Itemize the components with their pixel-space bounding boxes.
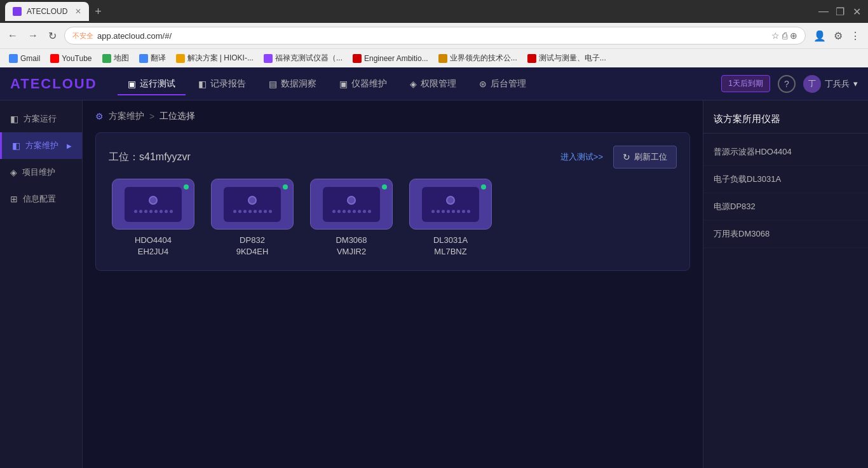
sidebar-item-project[interactable]: ◈ 项目维护 [0, 159, 82, 186]
bookmark-engineer-label: Engineer Ambitio... [364, 54, 428, 63]
measure-favicon [527, 54, 536, 63]
device-status-dot-3 [481, 184, 486, 189]
device-screen-0 [125, 187, 182, 222]
minimize-button[interactable]: — [817, 6, 830, 18]
extension-icon[interactable]: ⊕ [790, 31, 797, 41]
translate-favicon [139, 54, 148, 63]
window-controls: — ❐ ✕ [817, 6, 863, 18]
breadcrumb-icon: ⚙ [95, 111, 104, 121]
instrument-item-2[interactable]: 电源DP832 [703, 193, 868, 221]
dot [348, 210, 351, 213]
youtube-favicon [50, 54, 59, 63]
bookmark-youtube[interactable]: YouTube [46, 53, 95, 64]
nav-item-records[interactable]: ◧ 记录报告 [188, 73, 256, 95]
instrument-item-1[interactable]: 电子负载DL3031A [703, 166, 868, 193]
help-button[interactable]: ? [778, 75, 796, 93]
dot [337, 210, 341, 213]
device-screen-1 [224, 187, 281, 222]
bookmark-fukuro[interactable]: 福禄克测试仪器（... [260, 52, 346, 65]
bookmark-gmail[interactable]: Gmail [5, 53, 44, 64]
sidebar: ◧ 方案运行 ◧ 方案维护 ▶ ◈ 项目维护 ⊞ 信息配置 [0, 100, 83, 468]
app: ATECLOUD ▣ 运行测试 ◧ 记录报告 ▤ 数据洞察 ▣ 仪器维护 ◈ 权… [0, 67, 868, 468]
bookmarks-bar: Gmail YouTube 地图 翻译 解决方案 | HIOKI-... 福禄克… [0, 48, 868, 67]
browser-tabs: ATECLOUD ✕ + [5, 2, 812, 21]
nav-item-run-test[interactable]: ▣ 运行测试 [118, 73, 186, 95]
dot [462, 210, 465, 213]
close-button[interactable]: ✕ [850, 6, 863, 18]
sidebar-item-run[interactable]: ◧ 方案运行 [0, 106, 82, 132]
bookmark-measure[interactable]: 测试与测量、电子... [524, 52, 610, 65]
sidebar-item-config[interactable]: ⊞ 信息配置 [0, 186, 82, 212]
device-status-dot-1 [283, 184, 288, 189]
dot [269, 210, 272, 213]
bookmark-map[interactable]: 地图 [98, 52, 133, 65]
dot [139, 210, 142, 213]
records-icon: ◧ [198, 79, 207, 89]
sidebar-run-label: 方案运行 [24, 113, 57, 125]
dot [358, 210, 361, 213]
dot [259, 210, 262, 213]
user-dropdown-icon: ▾ [853, 79, 858, 88]
refresh-workstation-button[interactable]: ↻ 刷新工位 [613, 146, 677, 169]
dot [342, 210, 346, 213]
dot [165, 210, 168, 213]
expire-badge[interactable]: 1天后到期 [721, 75, 770, 92]
right-panel-title: 该方案所用仪器 [703, 108, 868, 134]
maintain-arrow-icon: ▶ [67, 142, 72, 149]
nav-item-data[interactable]: ▤ 数据洞察 [259, 73, 327, 95]
extensions-button[interactable]: ⚙ [831, 27, 845, 45]
device-screen-dots-2 [332, 210, 371, 213]
sidebar-project-label: 项目维护 [22, 167, 55, 178]
dot [264, 210, 267, 213]
nav-item-backend[interactable]: ⊛ 后台管理 [469, 73, 536, 95]
address-bar-icons: ☆ ⎙ ⊕ [771, 31, 797, 41]
bookmark-engineer[interactable]: Engineer Ambitio... [349, 53, 432, 64]
device-name-line1-3: DL3031A [433, 235, 468, 246]
tab-close-button[interactable]: ✕ [75, 7, 81, 16]
device-screen-dots-1 [233, 210, 272, 213]
device-card-2[interactable]: DM3068 VMJIR2 [307, 179, 396, 258]
nav-item-permissions[interactable]: ◈ 权限管理 [400, 73, 466, 95]
device-screen-3 [422, 187, 479, 222]
active-tab[interactable]: ATECLOUD ✕ [5, 2, 89, 21]
dot [159, 210, 163, 213]
address-bar[interactable]: 不安全 app.atecloud.com/#/ ☆ ⎙ ⊕ [64, 27, 806, 45]
bookmark-translate[interactable]: 翻译 [135, 52, 170, 65]
bookmark-fukuro-label: 福禄克测试仪器（... [275, 53, 342, 64]
user-area[interactable]: 丁 丁兵兵 ▾ [803, 75, 858, 93]
dot [233, 210, 236, 213]
bookmark-hioki[interactable]: 解决方案 | HIOKI-... [172, 52, 257, 65]
bookmark-industry[interactable]: 业界领先的技术公... [435, 52, 521, 65]
reload-button[interactable]: ↻ [46, 27, 59, 45]
device-card-1[interactable]: DP832 9KD4EH [208, 179, 297, 258]
device-card-0[interactable]: HDO4404 EH2JU4 [109, 179, 198, 258]
instrument-item-0[interactable]: 普源示波器HDO4404 [703, 139, 868, 166]
device-screen-dots-3 [431, 210, 470, 213]
dot [431, 210, 435, 213]
profile-button[interactable]: 👤 [811, 27, 829, 45]
dot [254, 210, 257, 213]
menu-button[interactable]: ⋮ [848, 27, 863, 45]
nav-item-instrument[interactable]: ▣ 仪器维护 [329, 73, 397, 95]
screenshot-icon[interactable]: ⎙ [782, 31, 787, 41]
maximize-button[interactable]: ❐ [834, 6, 846, 18]
url-display: app.atecloud.com/#/ [97, 31, 768, 41]
security-warning: 不安全 [72, 31, 93, 41]
breadcrumb-parent[interactable]: 方案维护 [109, 111, 144, 122]
device-card-3[interactable]: DL3031A ML7BNZ [406, 179, 495, 258]
enter-test-link[interactable]: 进入测试>> [560, 151, 603, 163]
main-content: ◧ 方案运行 ◧ 方案维护 ▶ ◈ 项目维护 ⊞ 信息配置 ⚙ 方案维护 [0, 100, 868, 468]
dot [447, 210, 450, 213]
page-content: ⚙ 方案维护 > 工位选择 工位：s41mfyyzvr 进入测试>> ↻ 刷新工… [83, 100, 703, 468]
device-labels-2: DM3068 VMJIR2 [336, 235, 367, 258]
bookmark-icon[interactable]: ☆ [771, 31, 780, 41]
dot [243, 210, 247, 213]
sidebar-item-maintain[interactable]: ◧ 方案维护 ▶ [0, 132, 82, 159]
instrument-item-3[interactable]: 万用表DM3068 [703, 221, 868, 248]
config-sidebar-icon: ⊞ [10, 194, 18, 204]
dot [238, 210, 241, 213]
sidebar-maintain-label: 方案维护 [25, 140, 58, 151]
forward-button[interactable]: → [25, 27, 41, 44]
back-button[interactable]: ← [5, 27, 20, 44]
new-tab-button[interactable]: + [89, 3, 107, 20]
